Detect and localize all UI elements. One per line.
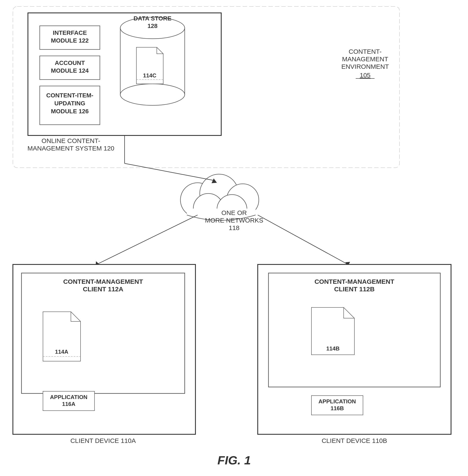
svg-text:CLIENT DEVICE 110B: CLIENT DEVICE 110B: [322, 437, 387, 444]
svg-rect-1: [40, 26, 100, 49]
svg-text:MANAGEMENT: MANAGEMENT: [342, 55, 388, 62]
svg-point-30: [193, 194, 223, 224]
svg-line-39: [97, 215, 198, 264]
svg-text:ACCOUNT: ACCOUNT: [55, 60, 85, 66]
svg-point-12: [120, 17, 185, 39]
svg-rect-44: [21, 273, 185, 393]
diagram-container: INTERFACE MODULE 122 ACCOUNT MODULE 124 …: [0, 0, 468, 476]
svg-text:MODULE 122: MODULE 122: [51, 37, 89, 44]
svg-text:MORE NETWORKS: MORE NETWORKS: [205, 217, 263, 224]
svg-text:CONTENT-MANAGEMENT: CONTENT-MANAGEMENT: [314, 278, 394, 285]
svg-text:APPLICATION: APPLICATION: [319, 398, 356, 405]
svg-text:INTERFACE: INTERFACE: [53, 30, 87, 36]
svg-text:118: 118: [229, 224, 239, 231]
svg-text:CLIENT 112B: CLIENT 112B: [334, 286, 375, 292]
svg-text:116B: 116B: [331, 405, 344, 412]
svg-marker-42: [345, 262, 350, 267]
svg-rect-60: [311, 396, 363, 415]
svg-text:DATA STORE: DATA STORE: [134, 15, 171, 22]
svg-text:ONLINE CONTENT-: ONLINE CONTENT-: [42, 137, 100, 144]
svg-text:CONTENT-MANAGEMENT: CONTENT-MANAGEMENT: [63, 278, 143, 285]
svg-marker-16: [136, 47, 163, 84]
svg-rect-32: [187, 209, 256, 226]
svg-point-27: [180, 183, 215, 217]
svg-text:ENVIRONMENT: ENVIRONMENT: [341, 63, 389, 70]
svg-text:CONTENT-ITEM-: CONTENT-ITEM-: [46, 92, 93, 99]
svg-text:ONE OR: ONE OR: [221, 209, 247, 216]
svg-rect-55: [268, 273, 440, 387]
svg-marker-47: [43, 312, 81, 361]
svg-text:114B: 114B: [326, 345, 339, 352]
svg-text:APPLICATION: APPLICATION: [50, 394, 88, 400]
svg-rect-0: [28, 13, 221, 136]
svg-text:CLIENT 112A: CLIENT 112A: [83, 286, 123, 292]
svg-text:FIG. 1: FIG. 1: [217, 453, 251, 467]
svg-marker-40: [96, 261, 100, 267]
svg-rect-50: [43, 391, 94, 411]
svg-rect-43: [13, 264, 195, 434]
svg-marker-38: [212, 178, 217, 183]
svg-text:MANAGEMENT SYSTEM 120: MANAGEMENT SYSTEM 120: [28, 145, 115, 152]
svg-overlay: INTERFACE MODULE 122 ACCOUNT MODULE 124 …: [0, 0, 468, 476]
svg-rect-7: [40, 86, 100, 125]
svg-text:MODULE 124: MODULE 124: [51, 67, 89, 74]
svg-point-29: [227, 184, 259, 216]
svg-rect-26: [13, 6, 399, 168]
svg-point-13: [120, 84, 185, 105]
svg-point-28: [200, 174, 238, 213]
svg-line-41: [258, 215, 348, 264]
svg-text:CONTENT-: CONTENT-: [349, 48, 381, 55]
svg-marker-58: [311, 307, 354, 355]
svg-rect-54: [258, 264, 451, 434]
svg-text:MODULE 126: MODULE 126: [51, 108, 89, 115]
svg-text:116A: 116A: [62, 401, 75, 407]
svg-text:114A: 114A: [55, 349, 68, 355]
svg-line-37: [125, 163, 215, 181]
svg-text:CLIENT DEVICE 110A: CLIENT DEVICE 110A: [71, 437, 136, 444]
svg-text:114C: 114C: [143, 72, 156, 79]
svg-rect-4: [40, 56, 100, 79]
svg-rect-11: [120, 28, 185, 95]
svg-text:UPDATING: UPDATING: [54, 100, 85, 107]
svg-text:105: 105: [360, 72, 370, 79]
svg-point-31: [217, 195, 247, 225]
svg-text:128: 128: [147, 23, 158, 29]
